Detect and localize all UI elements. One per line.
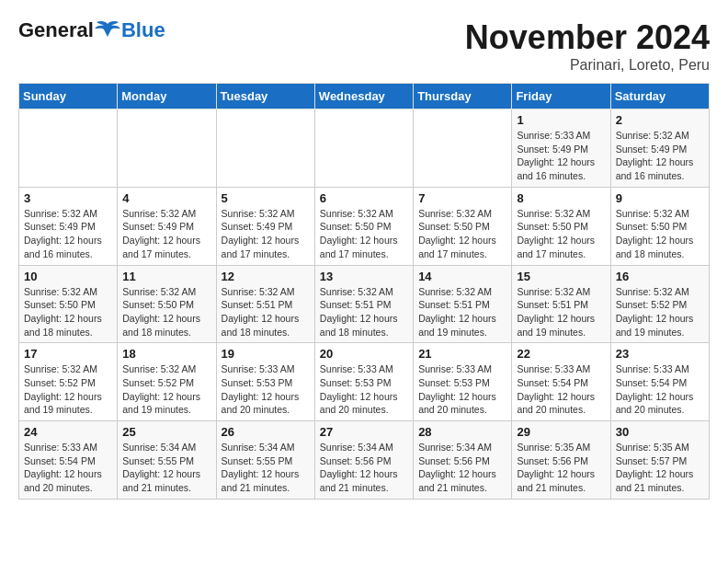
- day-cell: 8Sunrise: 5:32 AM Sunset: 5:50 PM Daylig…: [512, 187, 610, 265]
- day-number: 27: [320, 425, 408, 439]
- day-info: Sunrise: 5:32 AM Sunset: 5:51 PM Dayligh…: [418, 285, 506, 339]
- day-info: Sunrise: 5:34 AM Sunset: 5:55 PM Dayligh…: [222, 441, 310, 495]
- day-cell: 1Sunrise: 5:33 AM Sunset: 5:49 PM Daylig…: [512, 109, 610, 188]
- header-friday: Friday: [512, 84, 610, 109]
- day-number: 21: [418, 347, 506, 361]
- day-info: Sunrise: 5:33 AM Sunset: 5:53 PM Dayligh…: [222, 362, 310, 417]
- day-number: 29: [517, 425, 605, 439]
- day-cell: 9Sunrise: 5:32 AM Sunset: 5:50 PM Daylig…: [610, 187, 709, 265]
- day-number: 13: [320, 270, 408, 283]
- day-cell: 15Sunrise: 5:32 AM Sunset: 5:51 PM Dayli…: [512, 265, 610, 343]
- header-saturday: Saturday: [610, 84, 709, 109]
- day-info: Sunrise: 5:32 AM Sunset: 5:50 PM Dayligh…: [517, 207, 605, 261]
- day-info: Sunrise: 5:32 AM Sunset: 5:50 PM Dayligh…: [122, 285, 210, 339]
- week-row-1: 1Sunrise: 5:33 AM Sunset: 5:49 PM Daylig…: [19, 109, 710, 188]
- day-cell: 14Sunrise: 5:32 AM Sunset: 5:51 PM Dayli…: [414, 265, 512, 343]
- day-info: Sunrise: 5:32 AM Sunset: 5:49 PM Dayligh…: [222, 207, 310, 261]
- day-number: 24: [24, 425, 112, 439]
- day-info: Sunrise: 5:34 AM Sunset: 5:56 PM Dayligh…: [320, 441, 408, 495]
- day-number: 5: [222, 191, 310, 205]
- day-info: Sunrise: 5:35 AM Sunset: 5:57 PM Dayligh…: [616, 441, 704, 495]
- day-cell: 29Sunrise: 5:35 AM Sunset: 5:56 PM Dayli…: [512, 421, 610, 500]
- location-subtitle: Parinari, Loreto, Peru: [465, 57, 710, 74]
- day-cell: 7Sunrise: 5:32 AM Sunset: 5:50 PM Daylig…: [414, 187, 512, 265]
- day-cell: 5Sunrise: 5:32 AM Sunset: 5:49 PM Daylig…: [216, 187, 314, 265]
- day-number: 14: [418, 270, 506, 283]
- day-number: 2: [616, 113, 704, 127]
- day-number: 30: [616, 425, 704, 439]
- day-cell: 2Sunrise: 5:32 AM Sunset: 5:49 PM Daylig…: [610, 109, 709, 188]
- day-number: 23: [616, 347, 704, 361]
- day-number: 6: [320, 191, 408, 205]
- day-cell: 10Sunrise: 5:32 AM Sunset: 5:50 PM Dayli…: [19, 265, 118, 343]
- day-cell: 17Sunrise: 5:32 AM Sunset: 5:52 PM Dayli…: [19, 343, 118, 421]
- day-info: Sunrise: 5:32 AM Sunset: 5:49 PM Dayligh…: [616, 129, 704, 183]
- day-info: Sunrise: 5:32 AM Sunset: 5:50 PM Dayligh…: [24, 285, 112, 339]
- day-number: 9: [616, 191, 704, 205]
- day-cell: 16Sunrise: 5:32 AM Sunset: 5:52 PM Dayli…: [610, 265, 709, 343]
- header-thursday: Thursday: [414, 84, 512, 109]
- day-info: Sunrise: 5:34 AM Sunset: 5:56 PM Dayligh…: [418, 441, 506, 495]
- day-cell: 24Sunrise: 5:33 AM Sunset: 5:54 PM Dayli…: [19, 421, 118, 500]
- day-cell: 27Sunrise: 5:34 AM Sunset: 5:56 PM Dayli…: [314, 421, 413, 500]
- day-number: 18: [122, 347, 210, 361]
- logo-general: General: [18, 18, 94, 42]
- day-number: 26: [222, 425, 310, 439]
- day-info: Sunrise: 5:32 AM Sunset: 5:49 PM Dayligh…: [122, 207, 210, 261]
- day-info: Sunrise: 5:33 AM Sunset: 5:53 PM Dayligh…: [418, 362, 506, 417]
- day-cell: 6Sunrise: 5:32 AM Sunset: 5:50 PM Daylig…: [314, 187, 413, 265]
- week-row-5: 24Sunrise: 5:33 AM Sunset: 5:54 PM Dayli…: [19, 421, 710, 500]
- day-number: 11: [122, 270, 210, 283]
- week-row-4: 17Sunrise: 5:32 AM Sunset: 5:52 PM Dayli…: [19, 343, 710, 421]
- day-info: Sunrise: 5:33 AM Sunset: 5:54 PM Dayligh…: [517, 362, 605, 417]
- day-info: Sunrise: 5:32 AM Sunset: 5:50 PM Dayligh…: [320, 207, 408, 261]
- day-cell: 23Sunrise: 5:33 AM Sunset: 5:54 PM Dayli…: [610, 343, 709, 421]
- title-block: November 2024 Parinari, Loreto, Peru: [465, 18, 710, 74]
- day-info: Sunrise: 5:32 AM Sunset: 5:50 PM Dayligh…: [616, 207, 704, 261]
- day-cell: [314, 109, 413, 188]
- day-info: Sunrise: 5:32 AM Sunset: 5:51 PM Dayligh…: [222, 285, 310, 339]
- header-tuesday: Tuesday: [216, 84, 314, 109]
- day-info: Sunrise: 5:33 AM Sunset: 5:53 PM Dayligh…: [320, 362, 408, 417]
- header-monday: Monday: [118, 84, 216, 109]
- day-cell: 4Sunrise: 5:32 AM Sunset: 5:49 PM Daylig…: [118, 187, 216, 265]
- day-number: 17: [24, 347, 112, 361]
- page-header: General Blue November 2024 Parinari, Lor…: [18, 18, 710, 74]
- day-info: Sunrise: 5:32 AM Sunset: 5:49 PM Dayligh…: [24, 207, 112, 261]
- day-info: Sunrise: 5:32 AM Sunset: 5:52 PM Dayligh…: [24, 362, 112, 417]
- day-info: Sunrise: 5:33 AM Sunset: 5:54 PM Dayligh…: [616, 362, 704, 417]
- day-cell: 30Sunrise: 5:35 AM Sunset: 5:57 PM Dayli…: [610, 421, 709, 500]
- day-number: 15: [517, 270, 605, 283]
- day-number: 4: [122, 191, 210, 205]
- logo-bird-icon: [95, 20, 120, 40]
- day-info: Sunrise: 5:33 AM Sunset: 5:49 PM Dayligh…: [517, 129, 605, 183]
- logo-blue: Blue: [121, 18, 165, 42]
- day-cell: 11Sunrise: 5:32 AM Sunset: 5:50 PM Dayli…: [118, 265, 216, 343]
- day-number: 8: [517, 191, 605, 205]
- day-cell: [414, 109, 512, 188]
- day-cell: 20Sunrise: 5:33 AM Sunset: 5:53 PM Dayli…: [314, 343, 413, 421]
- day-number: 22: [517, 347, 605, 361]
- day-cell: 21Sunrise: 5:33 AM Sunset: 5:53 PM Dayli…: [414, 343, 512, 421]
- header-sunday: Sunday: [19, 84, 118, 109]
- week-row-2: 3Sunrise: 5:32 AM Sunset: 5:49 PM Daylig…: [19, 187, 710, 265]
- day-number: 19: [222, 347, 310, 361]
- day-number: 20: [320, 347, 408, 361]
- day-cell: 12Sunrise: 5:32 AM Sunset: 5:51 PM Dayli…: [216, 265, 314, 343]
- day-info: Sunrise: 5:32 AM Sunset: 5:51 PM Dayligh…: [320, 285, 408, 339]
- day-number: 10: [24, 270, 112, 283]
- logo: General Blue: [18, 18, 165, 42]
- day-cell: [19, 109, 118, 188]
- day-info: Sunrise: 5:32 AM Sunset: 5:50 PM Dayligh…: [418, 207, 506, 261]
- day-info: Sunrise: 5:33 AM Sunset: 5:54 PM Dayligh…: [24, 441, 112, 495]
- day-cell: 18Sunrise: 5:32 AM Sunset: 5:52 PM Dayli…: [118, 343, 216, 421]
- day-cell: [216, 109, 314, 188]
- day-info: Sunrise: 5:32 AM Sunset: 5:52 PM Dayligh…: [616, 285, 704, 339]
- day-cell: 13Sunrise: 5:32 AM Sunset: 5:51 PM Dayli…: [314, 265, 413, 343]
- day-number: 28: [418, 425, 506, 439]
- week-row-3: 10Sunrise: 5:32 AM Sunset: 5:50 PM Dayli…: [19, 265, 710, 343]
- day-info: Sunrise: 5:35 AM Sunset: 5:56 PM Dayligh…: [517, 441, 605, 495]
- day-number: 12: [222, 270, 310, 283]
- day-number: 25: [122, 425, 210, 439]
- day-cell: 26Sunrise: 5:34 AM Sunset: 5:55 PM Dayli…: [216, 421, 314, 500]
